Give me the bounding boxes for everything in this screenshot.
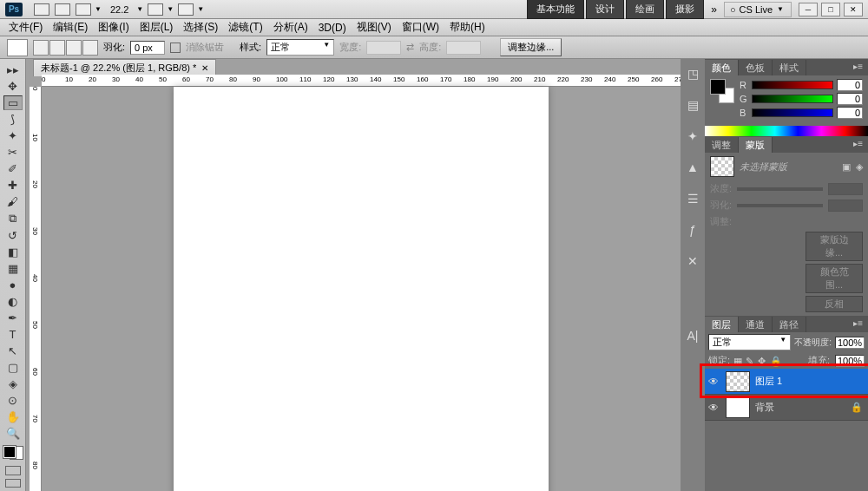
visibility-icon[interactable]: 👁 xyxy=(705,376,722,388)
minimize-button[interactable]: ─ xyxy=(799,3,818,16)
layer-row[interactable]: 👁 图层 1 xyxy=(705,369,868,395)
menu-image[interactable]: 图像(I) xyxy=(93,18,134,36)
eraser-tool[interactable]: ◧ xyxy=(3,245,23,259)
menu-help[interactable]: 帮助(H) xyxy=(444,18,490,36)
fill-value[interactable]: 100% xyxy=(835,355,865,367)
menu-select[interactable]: 选择(S) xyxy=(178,18,223,36)
wand-tool[interactable]: ✦ xyxy=(3,128,23,143)
lock-position-icon[interactable]: ✥ xyxy=(758,356,768,366)
paragraph-panel-icon[interactable]: ✕ xyxy=(685,253,700,269)
selection-subtract-icon[interactable] xyxy=(66,40,82,56)
chevron-down-icon[interactable]: ▼ xyxy=(136,5,143,13)
layer-thumbnail[interactable] xyxy=(726,397,750,418)
crop-tool[interactable]: ✂ xyxy=(3,145,23,160)
workspace-photo[interactable]: 摄影 xyxy=(666,0,704,19)
brush-panel-icon[interactable]: ▤ xyxy=(685,97,700,113)
layer-thumbnail[interactable] xyxy=(726,371,750,392)
workspace-essentials[interactable]: 基本功能 xyxy=(527,0,584,19)
menu-file[interactable]: 文件(F) xyxy=(3,18,48,36)
opacity-value[interactable]: 100% xyxy=(835,337,865,349)
color-swatches[interactable] xyxy=(3,446,23,459)
menu-3d[interactable]: 3D(D) xyxy=(313,20,352,36)
quick-mask-icon[interactable] xyxy=(5,466,21,475)
b-value[interactable]: 0 xyxy=(837,107,863,119)
type-tool[interactable]: T xyxy=(3,327,23,342)
visibility-icon[interactable]: 👁 xyxy=(705,402,722,414)
gradient-tool[interactable]: ▦ xyxy=(3,261,23,276)
marquee-tool[interactable]: ▭ xyxy=(3,95,23,110)
hand-tool[interactable]: ✋ xyxy=(3,409,23,424)
menu-analysis[interactable]: 分析(A) xyxy=(268,18,313,36)
r-value[interactable]: 0 xyxy=(837,79,863,91)
toolbar-icon[interactable] xyxy=(34,3,49,16)
r-slider[interactable] xyxy=(752,81,833,89)
panel-menu-icon[interactable]: ▸≡ xyxy=(848,317,868,332)
close-button[interactable]: ✕ xyxy=(844,3,863,16)
tab-layers[interactable]: 图层 xyxy=(705,317,739,332)
panel-menu-icon[interactable]: ▸≡ xyxy=(848,60,868,75)
chevron-down-icon[interactable]: ▼ xyxy=(197,5,204,13)
toolbar-icon[interactable] xyxy=(178,3,194,16)
eyedropper-tool[interactable]: ✐ xyxy=(3,161,23,176)
brush-tool[interactable]: 🖌 xyxy=(3,194,23,209)
tab-styles[interactable]: 样式 xyxy=(773,60,806,75)
zoom-level[interactable]: 22.2 xyxy=(110,4,128,15)
screen-mode-icon[interactable] xyxy=(5,479,21,488)
foreground-color[interactable] xyxy=(3,446,16,458)
type-panel-icon[interactable]: A| xyxy=(685,328,700,344)
layer-name[interactable]: 图层 1 xyxy=(753,375,868,388)
tab-channels[interactable]: 通道 xyxy=(739,317,773,332)
shape-tool[interactable]: ▢ xyxy=(3,360,23,375)
3d-camera-tool[interactable]: ⊙ xyxy=(3,393,23,408)
refine-edge-button[interactable]: 调整边缘... xyxy=(500,38,562,56)
tab-adjust[interactable]: 调整 xyxy=(705,137,739,153)
lock-all-icon[interactable]: 🔒 xyxy=(770,356,780,366)
stamp-tool[interactable]: ⧉ xyxy=(3,211,23,226)
toolbar-icon[interactable] xyxy=(148,3,163,16)
style-select[interactable]: 正常 ▼ xyxy=(266,39,334,56)
zoom-tool[interactable]: 🔍 xyxy=(3,426,23,441)
close-icon[interactable]: ✕ xyxy=(201,63,208,73)
pixel-mask-icon[interactable]: ▣ xyxy=(842,161,851,173)
panel-menu-icon[interactable]: ▸≡ xyxy=(848,137,868,153)
character-panel-icon[interactable]: ƒ xyxy=(685,222,700,238)
chevron-down-icon[interactable]: ▼ xyxy=(167,5,174,13)
blend-mode-select[interactable]: 正常▼ xyxy=(708,334,791,350)
workspace-design[interactable]: 设计 xyxy=(586,0,624,19)
history-panel-icon[interactable]: ◳ xyxy=(685,66,700,82)
3d-tool[interactable]: ◈ xyxy=(3,376,23,391)
toolbar-icon[interactable] xyxy=(76,3,91,16)
path-tool[interactable]: ↖ xyxy=(3,344,23,358)
actions-panel-icon[interactable]: ☰ xyxy=(685,191,700,206)
heal-tool[interactable]: ✚ xyxy=(3,178,23,193)
history-brush-tool[interactable]: ↺ xyxy=(3,228,23,243)
document-tab[interactable]: 未标题-1 @ 22.2% (图层 1, RGB/8) * ✕ xyxy=(33,59,216,76)
tab-paths[interactable]: 路径 xyxy=(773,317,806,332)
navigator-panel-icon[interactable]: ✦ xyxy=(685,128,700,144)
info-panel-icon[interactable]: ▲ xyxy=(685,160,700,175)
color-spectrum[interactable] xyxy=(705,126,868,136)
canvas-viewport[interactable] xyxy=(42,87,681,491)
cslive-button[interactable]: CS Live▼ xyxy=(724,2,792,17)
tab-swatches[interactable]: 色板 xyxy=(739,60,773,75)
menu-view[interactable]: 视图(V) xyxy=(352,18,397,36)
pen-tool[interactable]: ✒ xyxy=(3,311,23,325)
menu-edit[interactable]: 编辑(E) xyxy=(48,18,93,36)
lock-transparency-icon[interactable]: ▦ xyxy=(733,356,744,366)
lock-pixels-icon[interactable]: ✎ xyxy=(746,356,756,366)
workspace-paint[interactable]: 绘画 xyxy=(626,0,664,19)
tab-mask[interactable]: 蒙版 xyxy=(739,137,773,153)
tab-color[interactable]: 颜色 xyxy=(705,60,739,75)
layer-name[interactable]: 背景 xyxy=(753,401,845,414)
move-tool[interactable]: ✥ xyxy=(3,79,23,94)
maximize-button[interactable]: □ xyxy=(821,3,840,16)
feather-input[interactable]: 0 px xyxy=(130,41,165,55)
layer-row[interactable]: 👁 背景 🔒 xyxy=(705,395,868,421)
selection-intersect-icon[interactable] xyxy=(82,40,98,56)
foreground-swatch[interactable] xyxy=(710,79,726,95)
vector-mask-icon[interactable]: ◈ xyxy=(856,161,863,173)
toolbar-icon[interactable] xyxy=(55,3,70,16)
dodge-tool[interactable]: ◐ xyxy=(3,294,23,309)
selection-new-icon[interactable] xyxy=(33,40,49,56)
color-panel-swatches[interactable] xyxy=(710,79,734,103)
